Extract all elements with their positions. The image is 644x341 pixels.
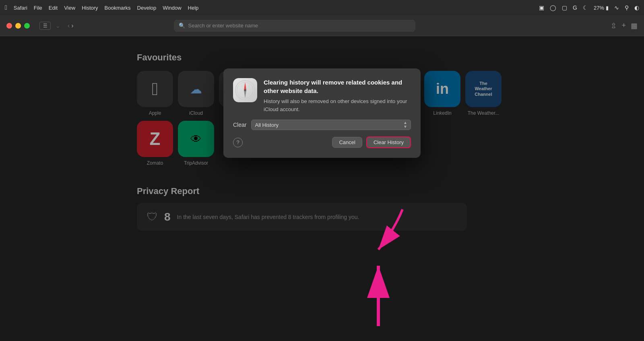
safari-app-icon — [233, 78, 257, 102]
history-period-dropdown[interactable]: All History ▲ ▼ — [251, 120, 411, 130]
ai-icon: ◯ — [550, 4, 556, 11]
dropdown-arrows-icon: ▲ ▼ — [403, 121, 407, 129]
svg-point-5 — [244, 89, 246, 91]
grammarly-icon: G — [573, 4, 577, 11]
traffic-lights — [6, 23, 30, 29]
forward-button[interactable]: › — [71, 22, 73, 29]
develop-menu[interactable]: Develop — [137, 5, 157, 11]
dropdown-value: All History — [255, 122, 279, 128]
tabs-icon[interactable]: ▦ — [631, 21, 638, 30]
toolbar: ☰ ⌄ ‹ › 🔍 Search or enter website name ⇫… — [0, 15, 644, 36]
minimize-button[interactable] — [15, 23, 21, 29]
apple-menu[interactable]:  — [5, 4, 7, 11]
clear-label: Clear — [233, 122, 246, 128]
battery-icon: ▮ — [606, 5, 609, 11]
battery-info: 27% ▮ — [594, 5, 609, 11]
clear-history-button[interactable]: Clear History — [366, 136, 411, 148]
menubar:  Safari File Edit View History Bookmark… — [0, 0, 644, 15]
wifi-icon: ∿ — [614, 4, 619, 11]
modal-text-block: Clearing history will remove related coo… — [264, 78, 411, 113]
search-menubar-icon[interactable]: ⚲ — [625, 4, 629, 11]
safari-menu[interactable]: Safari — [14, 5, 27, 11]
clear-history-modal: Clearing history will remove related coo… — [223, 68, 421, 158]
history-menu[interactable]: History — [82, 5, 98, 11]
close-button[interactable] — [6, 23, 12, 29]
timer-icon: ▢ — [562, 4, 567, 11]
search-icon: 🔍 — [179, 23, 185, 29]
task-icon: ▣ — [539, 4, 544, 11]
nav-arrows: ‹ › — [68, 22, 74, 29]
modal-title: Clearing history will remove related coo… — [264, 78, 411, 95]
share-icon[interactable]: ⇫ — [611, 21, 617, 30]
main-content: Favourites  Apple ☁ iCloud G Google � — [0, 36, 644, 341]
sidebar-toggle[interactable]: ☰ — [39, 22, 51, 30]
window-menu[interactable]: Window — [163, 5, 181, 11]
edit-menu[interactable]: Edit — [49, 5, 58, 11]
help-button[interactable]: ? — [233, 138, 243, 147]
modal-body: History will also be removed on other de… — [264, 97, 411, 113]
fullscreen-button[interactable] — [24, 23, 30, 29]
address-bar[interactable]: 🔍 Search or enter website name — [174, 20, 415, 32]
view-menu[interactable]: View — [64, 5, 75, 11]
cancel-button[interactable]: Cancel — [332, 137, 362, 148]
toolbar-right-icons: ⇫ + ▦ — [611, 21, 638, 30]
help-menu[interactable]: Help — [188, 5, 199, 11]
menubar-right-icons: ▣ ◯ ▢ G ☾ 27% ▮ ∿ ⚲ ◐ — [539, 4, 639, 11]
modal-overlay: Clearing history will remove related coo… — [0, 36, 644, 341]
modal-footer: ? Cancel Clear History — [233, 136, 411, 148]
back-button[interactable]: ‹ — [68, 22, 70, 29]
battery-percent: 27% — [594, 5, 604, 11]
address-input[interactable]: Search or enter website name — [188, 23, 258, 29]
moon-icon: ☾ — [583, 4, 588, 11]
file-menu[interactable]: File — [34, 5, 42, 11]
modal-header: Clearing history will remove related coo… — [233, 78, 411, 113]
clear-row: Clear All History ▲ ▼ — [233, 120, 411, 130]
bookmarks-menu[interactable]: Bookmarks — [105, 5, 131, 11]
dropdown-arrow-icon: ⌄ — [56, 23, 60, 29]
control-center-icon[interactable]: ◐ — [634, 4, 639, 11]
new-tab-icon[interactable]: + — [621, 21, 626, 30]
